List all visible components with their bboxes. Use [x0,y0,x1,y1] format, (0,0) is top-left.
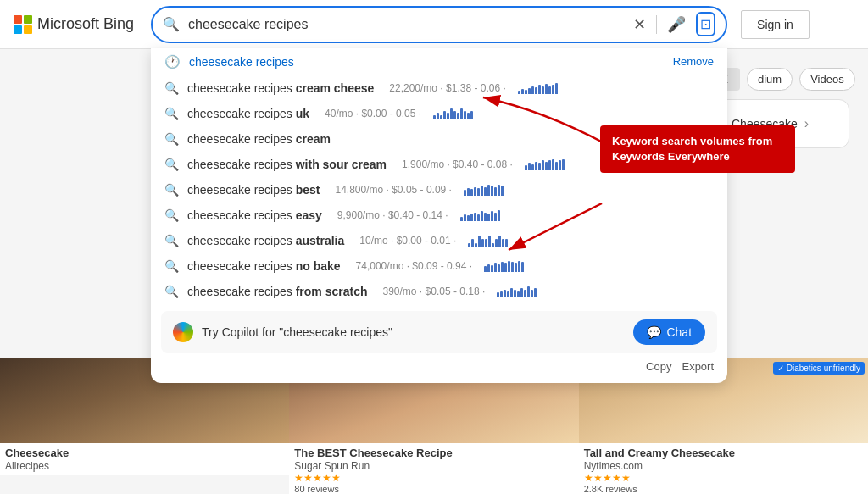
annotation-box: Keyword search volumes from Keywords Eve… [600,125,795,173]
mini-bar [514,290,516,297]
mini-bar [467,188,470,196]
camera-search-button[interactable]: ⊡ [696,12,715,36]
chevron-right-icon: › [804,116,809,131]
mini-bar [545,84,548,94]
chat-button[interactable]: 💬 Chat [633,319,705,345]
mini-bar [487,214,490,221]
keyword-stats-5: 9,900/mo · $0.40 - 0.14 · [337,209,448,221]
annotation-text: Keyword search volumes from Keywords Eve… [612,135,772,163]
keyword-stats-0: 22,200/mo · $1.38 - 0.06 · [389,82,505,94]
logo-sq-yellow [24,25,32,34]
suggestion-item-6[interactable]: 🔍cheesecake recipes australia10/mo · $0.… [151,228,727,253]
copilot-section: Try Copilot for "cheesecake recipes" 💬 C… [161,311,717,353]
mini-bar [467,113,470,119]
mini-bar [555,83,558,94]
mini-bar [478,236,481,247]
mini-bar [538,163,541,170]
suggestion-text-5: cheesecake recipes easy [187,208,322,222]
mini-bar [548,160,551,170]
clear-button[interactable]: ✕ [632,14,648,36]
img-source-1: Sugar Spun Run [294,460,573,472]
mini-bar [491,211,493,221]
mini-chart-7 [484,260,524,272]
tab-medium[interactable]: dium [747,68,793,91]
suggestion-item-4[interactable]: 🔍cheesecake recipes best14,800/mo · $0.0… [151,177,727,203]
mini-bar [477,188,480,196]
badge-icon: ✓ [777,364,787,373]
mini-bar [487,264,490,272]
mini-chart-0 [518,82,558,94]
suggestion-text-7: cheesecake recipes no bake [187,259,341,273]
mini-bar [494,263,497,272]
mini-chart-5 [460,209,500,221]
mini-bar [515,263,517,272]
mini-bar [470,214,473,221]
mini-bar [447,113,449,119]
mini-bar [481,186,483,196]
suggestion-text-8: cheesecake recipes from scratch [187,285,367,298]
mini-bar [491,186,493,196]
mini-bar [501,186,504,196]
mini-bar [481,239,484,247]
suggestion-item-0[interactable]: 🔍cheesecake recipes cream cheese22,200/m… [151,75,727,101]
keyword-stats-1: 40/mo · $0.00 - 0.05 · [325,108,421,119]
microphone-button[interactable]: 🎤 [665,14,687,36]
mini-bar [468,243,470,247]
mini-bar [517,291,520,297]
mini-bar [464,111,466,119]
mini-bar [495,239,498,247]
mini-bar [527,286,530,297]
mini-bar [552,159,554,170]
mini-bar [504,290,506,297]
mini-bar [440,115,442,119]
mini-bar [531,164,534,170]
mini-bar [504,263,507,272]
tab-videos[interactable]: Videos [799,68,855,91]
mini-bar [457,113,459,119]
history-item[interactable]: 🕐 cheesecake recipes Remove [151,48,727,75]
mini-bar [470,189,473,196]
suggestion-item-7[interactable]: 🔍cheesecake recipes no bake74,000/mo · $… [151,253,727,279]
mini-bar [464,214,466,221]
header: Microsoft Bing 🔍 ✕ 🎤 ⊡ 🕐 cheesecake reci… [0,0,868,49]
mini-bar [450,108,453,119]
mini-bar [518,261,520,272]
mini-bar [518,91,520,94]
suggestion-search-icon-2: 🔍 [164,132,179,146]
suggestion-search-icon-7: 🔍 [164,259,179,273]
mini-bar [498,185,500,196]
sign-in-button[interactable]: Sign in [741,10,810,39]
suggestion-item-5[interactable]: 🔍cheesecake recipes easy9,900/mo · $0.40… [151,203,727,228]
history-text: cheesecake recipes [189,55,294,69]
divider [656,15,657,34]
mini-bar [559,160,561,170]
suggestion-search-icon-8: 🔍 [164,285,179,298]
diabetics-badge: ✓ Diabetics unfriendly [773,362,865,375]
mini-bar [535,162,537,170]
mini-chart-6 [468,235,508,247]
suggestion-search-icon-3: 🔍 [164,158,179,171]
copy-link[interactable]: Copy [646,360,671,373]
mini-bar [498,210,500,221]
keyword-stats-8: 390/mo · $0.05 - 0.18 · [383,286,486,297]
logo-sq-red [14,15,22,24]
mini-bar [467,215,470,221]
remove-link[interactable]: Remove [673,55,714,68]
history-left: 🕐 cheesecake recipes [164,54,294,69]
copilot-icon [173,322,193,342]
suggestion-search-icon-1: 🔍 [164,107,179,120]
logo-sq-green [24,15,32,24]
badge-text: Diabetics unfriendly [787,364,860,373]
suggestion-item-1[interactable]: 🔍cheesecake recipes uk40/mo · $0.00 - 0.… [151,101,727,126]
suggestion-item-8[interactable]: 🔍cheesecake recipes from scratch390/mo ·… [151,279,727,304]
mini-bar [520,288,523,297]
search-input[interactable] [188,17,632,32]
mini-bar [492,243,494,247]
mini-bar [555,162,558,170]
img-title-1: The BEST Cheesecake Recipe [294,447,573,460]
export-link[interactable]: Export [682,360,714,373]
mini-bar [545,162,548,170]
mini-bar [443,111,446,119]
mini-bar [535,87,537,94]
mini-bar [548,86,551,94]
